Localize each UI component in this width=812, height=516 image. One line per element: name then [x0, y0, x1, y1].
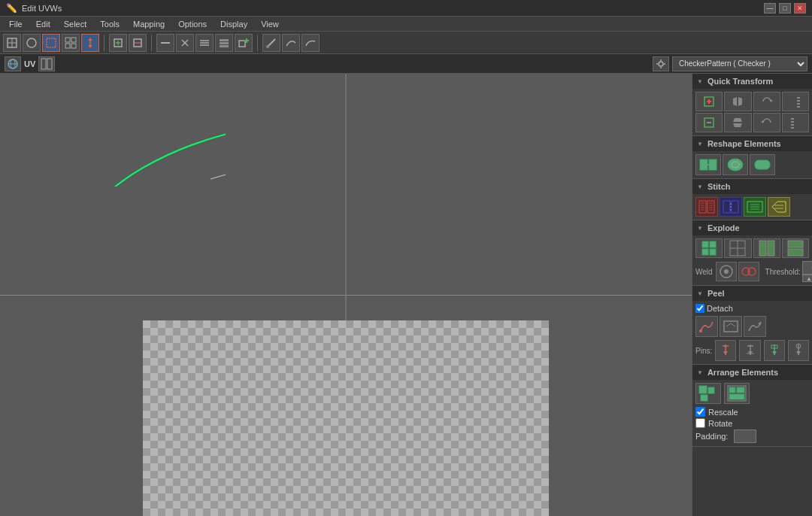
svg-rect-89 — [700, 159, 707, 170]
titlebar: ✏️ Edit UVWs — □ ✕ — [0, 0, 812, 17]
threshold-input[interactable] — [802, 261, 812, 275]
tool-add-plus[interactable] — [235, 34, 253, 52]
svg-marker-143 — [772, 351, 777, 355]
explode-btn-3[interactable] — [753, 238, 780, 258]
svg-marker-114 — [772, 202, 786, 212]
uv-header-right: CheckerPattern ( Checker ) None — [653, 56, 807, 71]
tool-btn-move[interactable] — [81, 34, 99, 52]
tool-curve1[interactable] — [282, 34, 300, 52]
weld-merge-btn[interactable] — [738, 262, 759, 281]
qt-btn-add[interactable] — [695, 92, 723, 111]
menu-display[interactable]: Display — [214, 18, 253, 30]
tool-btn-1[interactable] — [3, 34, 21, 52]
qt-btn-flip-v[interactable] — [724, 113, 751, 132]
tool-btn-grid[interactable] — [62, 34, 80, 52]
collapse-arrow-explode: ▼ — [697, 225, 703, 232]
peel-btn-2[interactable] — [720, 316, 742, 337]
qt-btn-flip-h[interactable] — [724, 92, 751, 111]
explode-btn-1[interactable] — [695, 238, 723, 258]
pin-btn-2[interactable] — [739, 340, 760, 361]
pin-btn-3[interactable] — [764, 340, 785, 361]
menu-tools[interactable]: Tools — [94, 18, 126, 30]
qt-btn-rotate[interactable] — [753, 92, 780, 111]
qt-btn-dots-right[interactable] — [782, 92, 809, 111]
threshold-up-btn[interactable]: ▲ — [802, 275, 812, 282]
peel-header[interactable]: ▼ Peel — [692, 286, 812, 301]
uv-settings-btn[interactable] — [653, 56, 669, 71]
tool-cross[interactable] — [176, 34, 194, 52]
arrange-btn-2[interactable] — [724, 383, 750, 404]
arrange-options: Rescale Rotate Padding: — [695, 407, 809, 443]
reshape-btn-2[interactable] — [723, 154, 748, 175]
menu-edit[interactable]: Edit — [30, 18, 56, 30]
tool-lines2[interactable] — [195, 34, 214, 52]
checker-pattern-select[interactable]: CheckerPattern ( Checker ) None — [672, 56, 807, 71]
uv-header: UV CheckerPattern ( Checker ) None — [0, 54, 812, 74]
stitch-btn-1[interactable] — [695, 197, 718, 217]
explode-header[interactable]: ▼ Explode — [692, 220, 812, 235]
qt-btn-subtract[interactable] — [695, 113, 723, 132]
app-icon: ✏️ — [6, 3, 17, 14]
tool-curve2[interactable] — [301, 34, 320, 52]
detach-checkbox[interactable] — [695, 304, 704, 313]
weld-circle-btn[interactable] — [716, 262, 737, 281]
tool-plus[interactable] — [109, 34, 127, 52]
padding-input[interactable] — [734, 429, 756, 443]
explode-btn-4[interactable] — [782, 238, 809, 258]
stitch-btn-2[interactable] — [720, 197, 742, 217]
explode-btn-2[interactable] — [724, 238, 751, 258]
reshape-btn-1[interactable] — [695, 154, 721, 175]
tool-minus[interactable] — [129, 34, 147, 52]
uv-mesh-svg — [0, 74, 226, 187]
minimize-button[interactable]: — — [764, 3, 776, 14]
uv-grid-btn[interactable] — [38, 56, 55, 71]
qt-btn-rotate-ccw[interactable] — [753, 113, 780, 132]
rescale-checkbox[interactable] — [695, 407, 705, 417]
pin-btn-1[interactable] — [715, 340, 736, 361]
pins-label: Pins: — [695, 347, 712, 355]
svg-rect-8 — [71, 44, 76, 48]
stitch-header[interactable]: ▼ Stitch — [692, 179, 812, 194]
detach-label: Detach — [707, 304, 733, 313]
tool-stack[interactable] — [215, 34, 233, 52]
reshape-button-grid — [695, 154, 809, 175]
svg-rect-118 — [710, 241, 716, 247]
reshape-header[interactable]: ▼ Reshape Elements — [692, 136, 812, 151]
reshape-btn-3[interactable] — [750, 154, 775, 175]
rescale-row: Rescale — [695, 407, 809, 417]
close-button[interactable]: ✕ — [794, 3, 806, 14]
menu-file[interactable]: File — [3, 18, 29, 30]
pin-btn-4[interactable] — [788, 340, 809, 361]
explode-title: Explode — [707, 223, 740, 232]
titlebar-controls: — □ ✕ — [764, 3, 806, 14]
qt-btn-dots-left[interactable] — [782, 113, 809, 132]
arrange-btn-1[interactable] — [695, 383, 721, 404]
quick-transform-header[interactable]: ▼ Quick Transform — [692, 74, 812, 89]
reshape-body — [692, 151, 812, 178]
tool-btn-rect[interactable] — [42, 34, 60, 52]
maximize-button[interactable]: □ — [779, 3, 791, 14]
arrange-header[interactable]: ▼ Arrange Elements — [692, 365, 812, 380]
svg-rect-4 — [47, 38, 56, 47]
stitch-btn-4[interactable] — [768, 197, 790, 217]
peel-btn-1[interactable] — [695, 316, 718, 337]
svg-rect-76 — [797, 97, 800, 99]
uv-globe-btn[interactable] — [5, 56, 21, 71]
viewport[interactable] — [0, 74, 692, 516]
peel-btn-3[interactable] — [744, 316, 766, 337]
menu-select[interactable]: Select — [58, 18, 93, 30]
svg-marker-82 — [733, 118, 742, 122]
menu-view[interactable]: View — [255, 18, 285, 30]
quick-transform-body — [692, 89, 812, 135]
tool-line1[interactable] — [156, 34, 174, 52]
rotate-row: Rotate — [695, 418, 809, 428]
tool-btn-circle[interactable] — [23, 34, 41, 52]
menu-options[interactable]: Options — [172, 18, 213, 30]
section-peel: ▼ Peel Detach — [692, 286, 812, 365]
tool-paint[interactable] — [262, 34, 280, 52]
stitch-btn-3[interactable] — [744, 197, 766, 217]
rotate-checkbox[interactable] — [695, 418, 705, 428]
svg-rect-85 — [791, 118, 794, 120]
menu-mapping[interactable]: Mapping — [127, 18, 171, 30]
qt-button-grid — [695, 92, 809, 132]
